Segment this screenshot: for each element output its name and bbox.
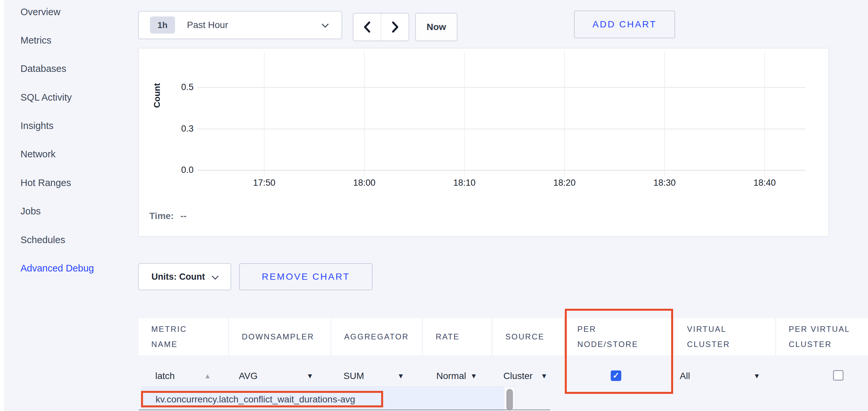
sidebar-item-advanced-debug[interactable]: Advanced Debug xyxy=(21,263,94,274)
caret-down-icon[interactable]: ▼ xyxy=(753,370,760,382)
gridline-vertical xyxy=(664,52,665,176)
sidebar-item-insights[interactable]: Insights xyxy=(21,120,54,131)
time-range-badge: 1h xyxy=(150,16,175,34)
time-range-label: Past Hour xyxy=(187,20,228,30)
rate-select[interactable]: Normal xyxy=(436,370,466,382)
column-header-aggregator: AGGREGATOR xyxy=(332,318,422,355)
y-tick-label: 0.3 xyxy=(170,123,193,134)
sidebar-item-network[interactable]: Network xyxy=(21,148,56,160)
time-value: -- xyxy=(180,211,187,221)
time-range-select[interactable]: 1h Past Hour xyxy=(138,11,342,39)
metric-name-input[interactable]: latch xyxy=(155,370,175,382)
chevron-left-icon xyxy=(362,21,372,33)
add-chart-button[interactable]: ADD CHART xyxy=(574,10,675,38)
dropdown-scrollbar[interactable] xyxy=(504,387,515,411)
caret-down-icon[interactable]: ▼ xyxy=(397,370,404,382)
sidebar-item-metrics[interactable]: Metrics xyxy=(21,35,51,46)
gridline-vertical xyxy=(564,52,565,176)
per-node-store-checkbox[interactable] xyxy=(611,370,621,381)
virtual-cluster-select[interactable]: All xyxy=(680,370,690,382)
gridline-vertical xyxy=(764,52,765,176)
time-next-button[interactable] xyxy=(381,13,409,41)
time-prev-button[interactable] xyxy=(353,13,381,41)
sidebar-item-jobs[interactable]: Jobs xyxy=(21,205,41,217)
chart-hover-time: Time:-- xyxy=(149,211,187,221)
x-tick-label: 18:00 xyxy=(344,178,384,188)
remove-chart-button[interactable]: REMOVE CHART xyxy=(239,263,373,290)
left-gutter xyxy=(0,0,4,411)
sidebar-item-databases[interactable]: Databases xyxy=(21,63,66,74)
units-select[interactable]: Units: Count xyxy=(138,263,231,290)
y-tick-label: 0.0 xyxy=(170,165,193,175)
chevron-down-icon xyxy=(212,272,219,279)
metric-autocomplete-dropdown: kv.concurrency.latch_conflict_wait_durat… xyxy=(142,386,515,411)
x-tick-label: 18:30 xyxy=(645,178,684,188)
chart-y-axis-label: Count xyxy=(152,69,162,122)
column-header-per-virtual-cluster: PER VIRTUAL CLUSTER xyxy=(776,318,868,355)
source-select[interactable]: Cluster xyxy=(503,370,533,382)
now-button[interactable]: Now xyxy=(415,13,458,41)
downsampler-select[interactable]: AVG xyxy=(239,370,258,382)
caret-down-icon[interactable]: ▼ xyxy=(307,370,313,382)
sidebar-item-hot-ranges[interactable]: Hot Ranges xyxy=(21,177,71,189)
column-header-per-node-store: PER NODE/STORE xyxy=(565,318,673,355)
x-tick-label: 17:50 xyxy=(244,178,284,188)
caret-up-icon[interactable]: ▲ xyxy=(204,370,211,382)
gridline-vertical xyxy=(464,52,465,176)
gridline-horizontal-baseline xyxy=(197,170,805,171)
column-header-rate: RATE xyxy=(423,318,492,355)
gridline-vertical xyxy=(264,52,265,176)
gridline-vertical xyxy=(364,52,365,176)
dropdown-scrollbar-thumb[interactable] xyxy=(506,389,513,411)
sidebar-item-schedules[interactable]: Schedules xyxy=(21,234,65,245)
column-header-downsampler: DOWNSAMPLER xyxy=(229,318,330,355)
x-tick-label: 18:20 xyxy=(545,178,584,188)
y-tick-label: 0.5 xyxy=(170,82,193,92)
chevron-right-icon xyxy=(390,21,400,33)
autocomplete-option[interactable]: kv.concurrency.latch_conflict_wait_durat… xyxy=(156,394,355,405)
column-header-metric-name: METRIC NAME xyxy=(139,318,228,355)
x-tick-label: 18:40 xyxy=(745,178,784,188)
time-label: Time: xyxy=(149,211,174,221)
column-header-source: SOURCE xyxy=(493,318,563,355)
chevron-down-icon xyxy=(322,21,329,27)
sidebar-item-overview[interactable]: Overview xyxy=(21,6,60,18)
aggregator-select[interactable]: SUM xyxy=(343,370,364,382)
dropdown-item-divider xyxy=(139,409,550,410)
units-select-label: Units: Count xyxy=(152,272,205,282)
gridline-horizontal xyxy=(197,129,805,129)
per-virtual-cluster-checkbox[interactable] xyxy=(833,370,843,381)
column-header-virtual-cluster: VIRTUAL CLUSTER xyxy=(675,318,775,355)
caret-down-icon[interactable]: ▼ xyxy=(541,370,548,382)
chart-panel: Count 0.5 0.3 0.0 17:50 18:00 18:10 18:2… xyxy=(138,48,829,237)
sidebar-item-sql-activity[interactable]: SQL Activity xyxy=(21,92,72,103)
gridline-horizontal xyxy=(197,87,805,88)
x-tick-label: 18:10 xyxy=(444,178,484,188)
caret-down-icon[interactable]: ▼ xyxy=(470,370,477,382)
